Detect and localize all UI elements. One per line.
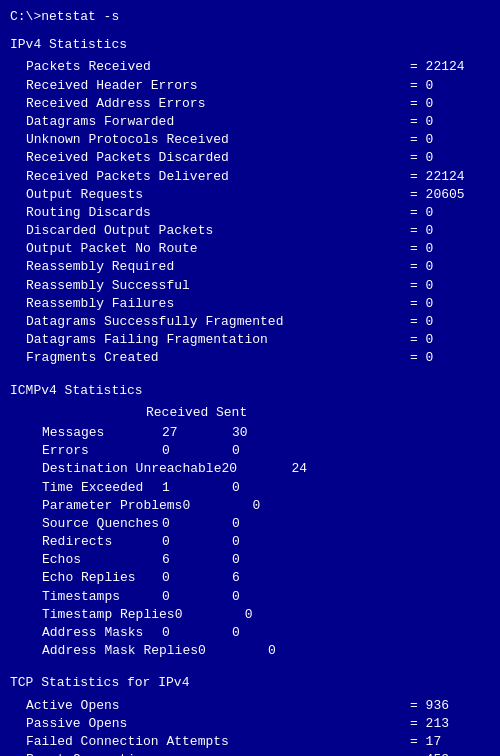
stat-row: Received Header Errors= 0 bbox=[10, 77, 490, 95]
stat-row: Output Requests= 20605 bbox=[10, 186, 490, 204]
stat-label: Output Packet No Route bbox=[26, 240, 410, 258]
icmp-sent: 6 bbox=[232, 569, 302, 587]
stat-value: = 0 bbox=[410, 258, 490, 276]
stat-label: Packets Received bbox=[26, 58, 410, 76]
icmp-received: 0 bbox=[162, 624, 232, 642]
icmp-row-label: Address Masks bbox=[42, 624, 162, 642]
stat-value: = 0 bbox=[410, 313, 490, 331]
stat-label: Received Packets Discarded bbox=[26, 149, 410, 167]
icmp-received: 0 bbox=[162, 515, 232, 533]
stat-label: Received Packets Delivered bbox=[26, 168, 410, 186]
icmp-row: Errors00 bbox=[42, 442, 490, 460]
stat-value: = 936 bbox=[410, 697, 490, 715]
stat-value: = 453 bbox=[410, 751, 490, 756]
icmp-row: Echo Replies06 bbox=[42, 569, 490, 587]
stat-value: = 0 bbox=[410, 113, 490, 131]
icmp-received: 27 bbox=[162, 424, 232, 442]
stat-row: Routing Discards= 0 bbox=[10, 204, 490, 222]
icmp-row: Destination Unreachable2024 bbox=[42, 460, 490, 478]
stat-row: Packets Received= 22124 bbox=[10, 58, 490, 76]
icmp-row: Messages2730 bbox=[42, 424, 490, 442]
icmp-received: 0 bbox=[198, 642, 268, 660]
stat-row: Discarded Output Packets= 0 bbox=[10, 222, 490, 240]
icmp-sent: 0 bbox=[232, 515, 302, 533]
stat-row: Failed Connection Attempts= 17 bbox=[10, 733, 490, 751]
icmp-row-label: Source Quenches bbox=[42, 515, 162, 533]
stat-value: = 22124 bbox=[410, 58, 490, 76]
icmp-sent: 0 bbox=[232, 588, 302, 606]
icmp-row-label: Timestamp Replies bbox=[42, 606, 175, 624]
icmp-row: Timestamp Replies00 bbox=[42, 606, 490, 624]
icmp-sent: 0 bbox=[232, 624, 302, 642]
icmp-sent: 0 bbox=[232, 479, 302, 497]
icmp-received: 0 bbox=[162, 588, 232, 606]
stat-label: Reassembly Successful bbox=[26, 277, 410, 295]
stat-label: Unknown Protocols Received bbox=[26, 131, 410, 149]
icmp-received: 0 bbox=[182, 497, 252, 515]
stat-label: Reassembly Failures bbox=[26, 295, 410, 313]
icmpv4-table: Received Sent Messages2730Errors00Destin… bbox=[10, 404, 490, 661]
stat-value: = 0 bbox=[410, 131, 490, 149]
stat-row: Received Packets Delivered= 22124 bbox=[10, 168, 490, 186]
icmp-sent: 0 bbox=[232, 551, 302, 569]
ipv4-header: IPv4 Statistics bbox=[10, 36, 490, 54]
stat-label: Routing Discards bbox=[26, 204, 410, 222]
icmpv4-header: ICMPv4 Statistics bbox=[10, 382, 490, 400]
stat-value: = 0 bbox=[410, 240, 490, 258]
icmp-sent: 24 bbox=[291, 460, 361, 478]
stat-value: = 0 bbox=[410, 277, 490, 295]
icmp-sent: 0 bbox=[232, 442, 302, 460]
icmp-row: Echos60 bbox=[42, 551, 490, 569]
stat-row: Datagrams Successfully Fragmented= 0 bbox=[10, 313, 490, 331]
stat-row: Datagrams Failing Fragmentation= 0 bbox=[10, 331, 490, 349]
icmp-sent: 0 bbox=[252, 497, 322, 515]
stat-label: Fragments Created bbox=[26, 349, 410, 367]
stat-label: Reset Connections bbox=[26, 751, 410, 756]
stat-label: Active Opens bbox=[26, 697, 410, 715]
stat-value: = 0 bbox=[410, 149, 490, 167]
stat-value: = 22124 bbox=[410, 168, 490, 186]
ipv4-stats: Packets Received= 22124Received Header E… bbox=[10, 58, 490, 367]
stat-label: Received Header Errors bbox=[26, 77, 410, 95]
icmpv4-col-received: Received bbox=[146, 404, 216, 422]
stat-label: Failed Connection Attempts bbox=[26, 733, 410, 751]
stat-value: = 20605 bbox=[410, 186, 490, 204]
stat-row: Passive Opens= 213 bbox=[10, 715, 490, 733]
stat-value: = 0 bbox=[410, 204, 490, 222]
icmp-received: 0 bbox=[175, 606, 245, 624]
icmp-row-label: Time Exceeded bbox=[42, 479, 162, 497]
icmp-row-label: Parameter Problems bbox=[42, 497, 182, 515]
icmp-sent: 30 bbox=[232, 424, 302, 442]
stat-value: = 0 bbox=[410, 77, 490, 95]
icmp-row: Redirects00 bbox=[42, 533, 490, 551]
stat-label: Received Address Errors bbox=[26, 95, 410, 113]
icmp-row: Parameter Problems00 bbox=[42, 497, 490, 515]
stat-row: Received Packets Discarded= 0 bbox=[10, 149, 490, 167]
icmpv4-col-headers: Received Sent bbox=[26, 404, 490, 422]
icmp-received: 20 bbox=[221, 460, 291, 478]
icmp-received: 6 bbox=[162, 551, 232, 569]
icmp-row: Timestamps00 bbox=[42, 588, 490, 606]
icmp-row-label: Errors bbox=[42, 442, 162, 460]
tcp-header: TCP Statistics for IPv4 bbox=[10, 674, 490, 692]
stat-value: = 0 bbox=[410, 331, 490, 349]
stat-row: Reassembly Required= 0 bbox=[10, 258, 490, 276]
tcp-stats: Active Opens= 936Passive Opens= 213Faile… bbox=[10, 697, 490, 756]
icmp-received: 0 bbox=[162, 569, 232, 587]
stat-label: Discarded Output Packets bbox=[26, 222, 410, 240]
icmp-row-label: Redirects bbox=[42, 533, 162, 551]
stat-row: Datagrams Forwarded= 0 bbox=[10, 113, 490, 131]
terminal-window: C:\>netstat -s IPv4 Statistics Packets R… bbox=[10, 8, 490, 756]
stat-row: Fragments Created= 0 bbox=[10, 349, 490, 367]
icmp-row-label: Address Mask Replies bbox=[42, 642, 198, 660]
command-line: C:\>netstat -s bbox=[10, 8, 490, 26]
stat-row: Output Packet No Route= 0 bbox=[10, 240, 490, 258]
stat-label: Datagrams Successfully Fragmented bbox=[26, 313, 410, 331]
stat-row: Unknown Protocols Received= 0 bbox=[10, 131, 490, 149]
icmp-received: 0 bbox=[162, 533, 232, 551]
icmp-row-label: Timestamps bbox=[42, 588, 162, 606]
icmp-row-label: Destination Unreachable bbox=[42, 460, 221, 478]
stat-value: = 213 bbox=[410, 715, 490, 733]
stat-row: Reset Connections= 453 bbox=[10, 751, 490, 756]
icmpv4-data-rows: Messages2730Errors00Destination Unreacha… bbox=[26, 424, 490, 660]
